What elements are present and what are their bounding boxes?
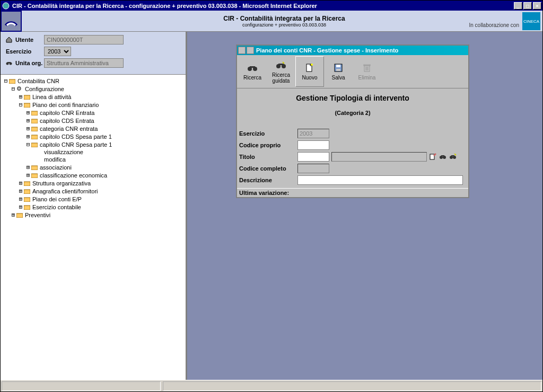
svg-rect-11 [31,143,38,147]
cineca-logo: CINECA [522,12,540,30]
window-title: CIR - Contabilità integrata per la Ricer… [12,3,513,9]
tree-visualizzazione[interactable]: visualizzazione [3,148,183,156]
app-header: CIR - Contabilità integrata per la Ricer… [1,11,542,32]
svg-rect-12 [31,166,38,170]
svg-rect-9 [31,127,38,131]
nav-tree: ⊟ Contabilita CNR ⊟⚙ Configurazione ⊞ Li… [1,75,186,380]
tree-root[interactable]: ⊟ Contabilita CNR [3,77,183,85]
tree-configurazione[interactable]: ⊟⚙ Configurazione [3,85,183,93]
app-subtitle: configurazione + preventivo 03.003.038 [26,22,542,28]
esercizio-form-field [297,129,329,138]
inner-status: Ultima variazione: [237,188,468,197]
codice-proprio-label: Codice proprio [239,142,297,148]
titolo-label: Titolo [239,154,297,160]
titolo-search-icon[interactable] [439,153,447,161]
svg-rect-41 [451,155,454,156]
descrizione-field[interactable] [297,175,463,185]
tree-class-econ[interactable]: ⊞ classificazione economica [3,171,183,179]
content-heading: Gestione Tipologia di intervento [239,94,466,102]
svg-rect-7 [31,111,38,115]
app-logo [1,11,22,32]
tree-preventivi[interactable]: ⊞ Preventivi [3,211,183,219]
main-area: Piano dei conti CNR - Gestione spese - I… [187,32,542,380]
unita-field [44,58,124,68]
codice-proprio-field[interactable] [297,140,329,150]
body: Utente Esercizio 2003 Unita org. [1,32,542,380]
svg-rect-16 [24,198,30,202]
svg-rect-4 [9,79,15,84]
esercizio-label: Esercizio [6,48,44,55]
tree-cap-cds-spesa1[interactable]: ⊞ capitolo CDS Spesa parte 1 [3,132,183,140]
collab-text: In collaborazione con [469,22,519,28]
toolbar-ricerca[interactable]: Ricerca [238,56,267,87]
inner-window-icon[interactable] [247,47,254,54]
inner-save-icon[interactable] [238,47,246,54]
statusbar-cell-1 [2,381,161,391]
content-subheading: (Categoria 2) [239,110,466,116]
titolo-code-field[interactable] [297,152,329,162]
unita-label: Unita org. [6,60,44,66]
inner-window: Piano dei conti CNR - Gestione spese - I… [236,44,469,198]
window-titlebar: CIR - Contabilità integrata per la Ricer… [1,1,542,11]
svg-rect-18 [16,213,23,218]
svg-rect-31 [364,65,370,66]
tree-cap-cnr-spesa1[interactable]: ⊟ capitolo CNR Spesa parte 1 [3,140,183,148]
tree-piano-conti-fin[interactable]: ⊟ Piano dei conti finanziario [3,101,183,109]
svg-rect-5 [24,95,30,100]
tree-anagrafica[interactable]: ⊞ Anagrafica clienti/fornitori [3,187,183,195]
tree-struttura-org[interactable]: ⊞ Struttura organizzativa [3,179,183,187]
svg-rect-24 [278,64,284,65]
svg-point-0 [3,3,9,9]
svg-rect-3 [7,62,11,63]
tree-cat-cnr-entrata[interactable]: ⊞ categoria CNR entrata [3,124,183,132]
wizard-search-icon [276,60,286,70]
save-icon [333,63,344,73]
toolbar-salva[interactable]: Salva [324,56,353,87]
inner-titlebar: Piano dei conti CNR - Gestione spese - I… [237,46,468,55]
toolbar-nuovo[interactable]: Nuovo [295,56,324,87]
tree-associazioni[interactable]: ⊞ associazioni [3,163,183,171]
svg-rect-21 [250,66,255,68]
browser-window: CIR - Contabilità integrata per la Ricer… [0,0,543,392]
new-icon [304,63,315,73]
utente-field [44,35,124,44]
tree-modifica[interactable]: modifica [3,156,183,163]
titolo-wizard-search-icon[interactable] [449,153,457,161]
ie-icon [2,2,10,10]
binoculars-icon [6,60,13,66]
statusbar-cell-2 [163,381,541,391]
titolo-edit-icon[interactable] [428,153,437,161]
window-controls: _ □ × [513,2,541,10]
statusbar [1,380,542,391]
svg-rect-6 [24,103,30,108]
svg-point-26 [311,64,313,66]
home-icon [6,37,13,43]
esercizio-select[interactable]: 2003 [44,47,71,56]
maximize-button[interactable]: □ [523,2,532,10]
svg-rect-13 [31,174,38,178]
toolbar-ricerca-guidata[interactable]: Ricerca guidata [267,56,295,87]
tree-cap-cnr-entrata[interactable]: ⊞ capitolo CNR Entrata [3,109,183,117]
tree-esercizio-cont[interactable]: ⊞ Esercizio contabile [3,203,183,211]
toolbar-elimina: Elimina [353,56,381,87]
tree-cap-cds-entrata[interactable]: ⊞ capitolo CDS Entrata [3,117,183,124]
tree-piano-conti-ep[interactable]: ⊞ Piano dei conti E/P [3,195,183,203]
sidebar-header: Utente Esercizio 2003 Unita org. [1,32,186,75]
svg-rect-29 [336,69,340,71]
svg-rect-38 [441,155,444,156]
svg-rect-28 [336,65,340,67]
tree-linea-attivita[interactable]: ⊞ Linea di attività [3,93,183,101]
esercizio-form-label: Esercizio [239,130,297,137]
svg-rect-14 [24,182,30,186]
svg-rect-10 [31,135,38,139]
codice-completo-label: Codice completo [239,165,297,172]
close-button[interactable]: × [533,2,541,10]
codice-completo-field [297,164,329,173]
inner-content: Gestione Tipologia di intervento (Catego… [237,88,468,188]
minimize-button[interactable]: _ [514,2,522,10]
sidebar: Utente Esercizio 2003 Unita org. [1,32,187,380]
svg-rect-15 [24,190,30,194]
trash-icon [362,63,372,73]
binoculars-icon [247,63,258,73]
inner-toolbar: Ricerca Ricerca guidata Nuovo Salva [237,55,468,88]
